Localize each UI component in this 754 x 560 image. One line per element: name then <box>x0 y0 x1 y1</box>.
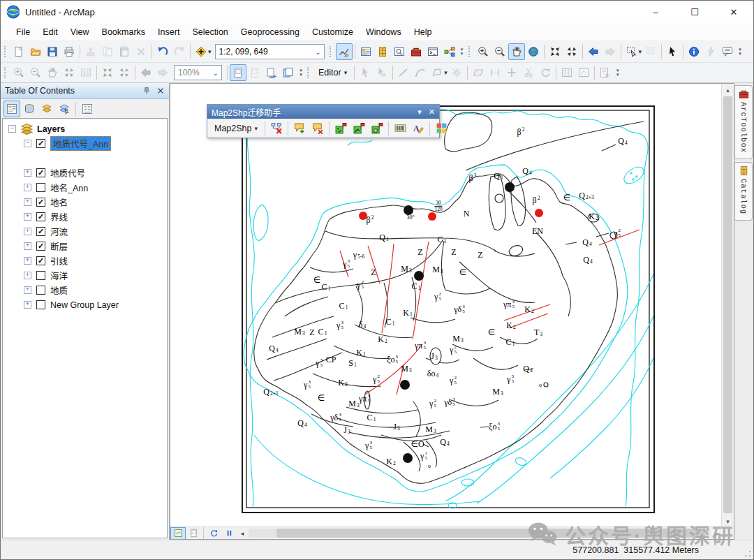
layer-visibility-checkbox[interactable]: ✓ <box>36 168 45 177</box>
toc-layer-item[interactable]: + ✓ 地名 <box>3 195 167 209</box>
toc-layer-item[interactable]: + ✓ 界线 <box>3 209 167 224</box>
html-popup-icon[interactable] <box>719 43 736 60</box>
docked-tab-catalog[interactable]: Catalog <box>734 162 753 221</box>
layer-visibility-checkbox[interactable]: ✓ <box>36 139 45 148</box>
scroll-up-icon[interactable]: ▴ <box>722 84 734 96</box>
vertical-scroll-thumb[interactable] <box>723 96 732 513</box>
expand-icon[interactable]: + <box>24 169 31 177</box>
toggle-draft-mode-icon[interactable] <box>230 64 246 81</box>
new-document-icon[interactable] <box>10 43 27 60</box>
toolbar-overflow-icon[interactable]: ▾▾ <box>458 44 466 59</box>
toc-layer-item[interactable]: + ✓ 断层 <box>3 239 167 253</box>
list-by-selection-icon[interactable] <box>56 101 73 117</box>
map-scale-combo[interactable]: 1:2, 099, 649⌄ <box>215 44 325 59</box>
toc-layer-item[interactable]: − ✓ 地质代号_Ann <box>3 136 167 151</box>
editor-menu-button[interactable]: Editor▾ <box>313 64 352 81</box>
maximize-button[interactable]: ☐ <box>675 1 714 23</box>
layer-label[interactable]: 地质代号_Ann <box>50 136 111 151</box>
identify-icon[interactable] <box>686 43 702 60</box>
expand-icon[interactable]: + <box>24 184 31 191</box>
layer-label[interactable]: 引线 <box>50 254 68 267</box>
menu-item-file[interactable]: File <box>10 27 36 37</box>
annotation-point-red[interactable] <box>535 209 543 217</box>
map2shp-titlebar[interactable]: Map2Shp迁移助手 ▾ ✕ <box>207 105 439 119</box>
catalog-window-icon[interactable] <box>374 43 391 60</box>
toolbar-overflow-icon[interactable]: ▾▾ <box>736 44 744 59</box>
toc-close-icon[interactable] <box>155 85 166 96</box>
print-icon[interactable] <box>61 43 77 60</box>
expand-icon[interactable]: + <box>24 286 31 294</box>
workspace-delete-icon[interactable] <box>267 119 286 138</box>
menu-item-customize[interactable]: Customize <box>306 27 360 37</box>
toc-layer-item[interactable]: + New Group Layer <box>3 297 167 312</box>
avl-style-tool-icon[interactable]: A <box>409 119 427 138</box>
annotation-point-red[interactable] <box>428 212 436 221</box>
layer-label[interactable]: 界线 <box>50 210 68 223</box>
map2shp-close-icon[interactable]: ✕ <box>429 108 435 117</box>
chevron-down-icon[interactable]: ▾ <box>208 48 212 55</box>
menu-item-geoprocessing[interactable]: Geoprocessing <box>235 27 306 37</box>
layer-label[interactable]: New Group Layer <box>50 300 119 310</box>
data-driven-page-refresh-icon[interactable] <box>263 64 280 81</box>
fixed-zoom-out-icon[interactable] <box>563 43 580 60</box>
minimize-button[interactable]: – <box>636 1 675 23</box>
point-layer-export-icon[interactable] <box>332 119 350 138</box>
map-view[interactable]: β2Q4β3Q1Q4∈Q2+3β2K2NENγ25Q4Q4β230°30120Q… <box>170 83 734 540</box>
toc-root-layers[interactable]: − Layers <box>3 121 167 136</box>
toolbar-overflow-icon[interactable]: ▾▾ <box>614 65 622 80</box>
toc-layer-item[interactable]: + 地名_Ann <box>3 180 167 195</box>
close-button[interactable]: ✕ <box>714 1 753 23</box>
open-document-icon[interactable] <box>27 43 44 60</box>
chevron-down-icon[interactable]: ⌄ <box>210 69 221 77</box>
list-by-drawing-order-icon[interactable] <box>3 101 20 117</box>
editor-toolbar-toggle-icon[interactable] <box>336 43 353 60</box>
menu-item-edit[interactable]: Edit <box>36 27 64 37</box>
modelbuilder-window-icon[interactable] <box>441 43 458 60</box>
toc-layer-item[interactable]: + ✓ 地质代号 <box>3 165 167 180</box>
layer-visibility-checkbox[interactable]: ✓ <box>36 256 45 265</box>
zoom-out-icon[interactable] <box>491 43 508 60</box>
expand-icon[interactable]: + <box>24 257 31 265</box>
arctoolbox-window-icon[interactable] <box>408 43 424 60</box>
toolbar-grip[interactable] <box>468 46 472 57</box>
toc-layer-item[interactable]: + ✓ 引线 <box>3 253 167 268</box>
menu-item-bookmarks[interactable]: Bookmarks <box>96 27 152 37</box>
refresh-view-icon[interactable] <box>206 527 221 540</box>
barcode-tool-icon[interactable] <box>391 119 409 138</box>
collapse-icon[interactable]: − <box>8 125 16 133</box>
list-by-source-icon[interactable] <box>21 101 38 117</box>
expand-icon[interactable]: + <box>24 242 31 250</box>
layer-visibility-checkbox[interactable] <box>36 183 45 192</box>
annotation-point-black[interactable] <box>400 380 410 390</box>
expand-icon[interactable]: + <box>24 301 31 309</box>
scroll-left-icon[interactable]: ◂ <box>237 530 248 537</box>
docked-tab-arctoolbox[interactable]: ArcToolbox <box>734 85 753 159</box>
fixed-zoom-in-icon[interactable] <box>547 43 563 60</box>
undo-icon[interactable] <box>154 43 171 60</box>
vertical-scrollbar[interactable]: ▴ ▾ <box>721 84 734 527</box>
select-features-icon[interactable] <box>623 43 640 60</box>
annotation-add-icon[interactable] <box>290 119 309 138</box>
layer-visibility-checkbox[interactable]: ✓ <box>36 242 45 251</box>
menu-item-help[interactable]: Help <box>408 27 438 37</box>
layer-label[interactable]: 河流 <box>50 225 68 238</box>
layer-label[interactable]: 地质 <box>50 283 68 297</box>
expand-icon[interactable]: + <box>24 228 31 235</box>
save-icon[interactable] <box>44 43 61 60</box>
layer-label[interactable]: 地质代号 <box>50 166 85 179</box>
layer-label[interactable]: 地名 <box>50 196 68 209</box>
map-canvas[interactable]: β2Q4β3Q1Q4∈Q2+3β2K2NENγ25Q4Q4β230°30120Q… <box>243 107 653 512</box>
toc-options-icon[interactable] <box>79 101 96 117</box>
annotation-point-black[interactable] <box>505 182 515 192</box>
layer-visibility-checkbox[interactable]: ✓ <box>36 212 45 221</box>
layer-visibility-checkbox[interactable]: ✓ <box>36 227 45 236</box>
add-data-icon[interactable] <box>193 43 209 60</box>
layer-label[interactable]: 断层 <box>50 240 68 253</box>
chevron-down-icon[interactable]: ▾ <box>639 48 642 55</box>
toolbar-grip[interactable] <box>4 46 8 57</box>
annotation-point-black[interactable] <box>404 205 413 215</box>
expand-icon[interactable]: + <box>24 272 31 279</box>
toolbar-overflow-icon[interactable]: ▾▾ <box>297 65 305 80</box>
page-zoom-combo[interactable]: 100%⌄ <box>174 65 222 80</box>
toolbar-grip[interactable] <box>4 67 8 78</box>
